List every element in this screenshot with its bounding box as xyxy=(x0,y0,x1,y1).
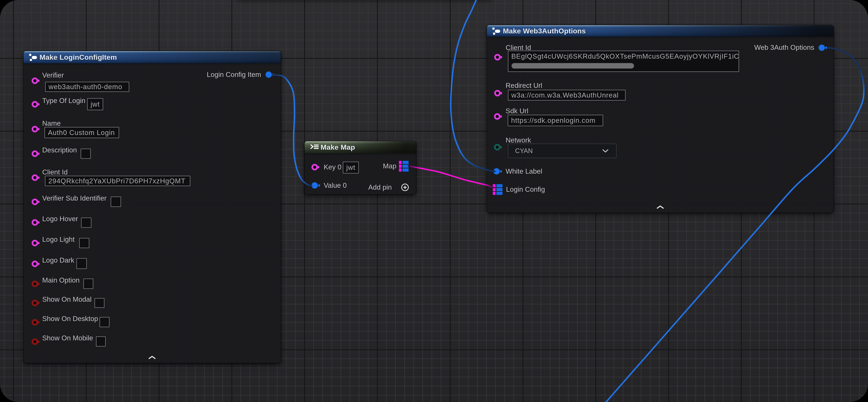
dropdown-selected-value: CYAN xyxy=(515,147,533,155)
checkbox-show-on-desktop[interactable] xyxy=(100,317,110,327)
node-header[interactable]: Make LoginConfigItem xyxy=(24,51,281,63)
pin-type-of-login[interactable] xyxy=(31,100,40,108)
node-header[interactable]: Make Map xyxy=(305,141,416,153)
pin-key-0[interactable] xyxy=(311,163,320,171)
pin-logo-light[interactable] xyxy=(31,239,40,247)
blueprint-graph-canvas[interactable]: Make LoginConfigItemVerifierweb3auth-aut… xyxy=(0,0,868,402)
make-map-icon xyxy=(310,144,319,151)
field-value: w3a://com.w3a.Web3AuthUnreal xyxy=(511,91,619,99)
collapse-node-button[interactable] xyxy=(148,355,156,360)
make-struct-icon xyxy=(492,27,500,35)
pin-show-on-modal[interactable] xyxy=(31,299,40,307)
pin-label-logo-dark: Logo Dark xyxy=(42,256,74,264)
checkbox-main-option[interactable] xyxy=(84,279,93,289)
pin-label-main-option: Main Option xyxy=(42,276,80,284)
field-redirect-url[interactable]: w3a://com.w3a.Web3AuthUnreal xyxy=(508,90,626,100)
field-description[interactable] xyxy=(81,149,91,159)
pin-value-0[interactable] xyxy=(311,182,320,189)
pin-label-client-id: Client Id xyxy=(42,168,68,176)
pin-label-verifier: Verifier xyxy=(42,71,64,79)
pin-client-id[interactable] xyxy=(31,174,40,181)
pin-label-white-label: White Label xyxy=(506,167,542,175)
pin-main-option[interactable] xyxy=(31,280,40,288)
pin-name[interactable] xyxy=(31,125,40,133)
pin-redirect-url[interactable] xyxy=(494,89,503,97)
field-value: web3auth-auth0-demo xyxy=(49,83,122,91)
pin-sdk-url[interactable] xyxy=(494,113,502,120)
dropdown-chevron-icon xyxy=(602,149,609,153)
pin-show-on-desktop[interactable] xyxy=(31,318,40,326)
add-pin-icon[interactable] xyxy=(401,183,409,192)
pin-label-login-config-item: Login Config Item xyxy=(207,70,261,79)
pin-label-logo-hover: Logo Hover xyxy=(42,215,78,223)
pin-description[interactable] xyxy=(31,150,40,157)
collapse-node-button[interactable] xyxy=(656,205,664,209)
node-header[interactable]: Make Web3AuthOptions xyxy=(487,25,834,36)
field-logo-dark[interactable] xyxy=(76,258,87,269)
pin-label-value-0: Value 0 xyxy=(324,181,347,190)
field-value: Auth0 Custom Login xyxy=(48,129,115,137)
make-struct-icon xyxy=(29,54,37,61)
pin-login-config-item[interactable] xyxy=(265,71,275,79)
pin-show-on-mobile[interactable] xyxy=(31,338,40,345)
pin-label-login-config: Login Config xyxy=(506,185,545,194)
field-verifier[interactable]: web3auth-auth0-demo xyxy=(45,82,129,92)
pin-web-3auth-options[interactable] xyxy=(818,44,828,52)
dropdown-network[interactable]: CYAN xyxy=(508,144,617,158)
field-value: 294QRkchfq2YaXUbPri7D6PH7xzHgQMT xyxy=(48,177,185,185)
field-logo-hover[interactable] xyxy=(81,218,91,228)
pin-label-network: Network xyxy=(506,136,531,144)
pin-label-description: Description xyxy=(42,146,77,154)
pin-label-sdk-url: Sdk Url xyxy=(506,107,528,115)
pin-label-map: Map xyxy=(383,162,396,170)
field-value: BEglQSgt4cUWcj6SKRdu5QkOXTsePmMcusG5EAoy… xyxy=(511,52,739,60)
field-sdk-url[interactable]: https://sdk.openlogin.com xyxy=(508,115,603,126)
field-key-0[interactable]: jwt xyxy=(343,162,359,173)
node-title: Make LoginConfigItem xyxy=(39,53,117,61)
field-value: jwt xyxy=(88,100,103,108)
pin-verifier-sub-identifier[interactable] xyxy=(31,198,40,206)
pin-label-web-3auth-options: Web 3Auth Options xyxy=(754,44,814,52)
node-title: Make Web3AuthOptions xyxy=(503,27,586,35)
pin-label-type-of-login: Type Of Login xyxy=(42,97,85,105)
checkbox-show-on-mobile[interactable] xyxy=(96,336,106,346)
pin-label-logo-light: Logo Light xyxy=(42,235,74,243)
field-value-overflow-line xyxy=(512,63,634,68)
pin-verifier[interactable] xyxy=(31,77,40,85)
pin-network[interactable] xyxy=(494,143,502,151)
pin-label-redirect-url: Redirect Url xyxy=(506,82,542,90)
field-verifier-sub-identifier[interactable] xyxy=(111,197,121,207)
field-value: jwt xyxy=(343,164,359,172)
field-client-id[interactable]: 294QRkchfq2YaXUbPri7D6PH7xzHgQMT xyxy=(45,176,190,186)
pin-login-config[interactable] xyxy=(493,184,502,195)
field-type-of-login[interactable]: jwt xyxy=(87,98,103,110)
pin-label-show-on-mobile: Show On Mobile xyxy=(42,334,93,342)
node-make-map[interactable]: Make MapKey 0jwtValue 0MapAdd pin xyxy=(305,141,416,194)
node-make-loginconfigitem[interactable]: Make LoginConfigItemVerifierweb3auth-aut… xyxy=(24,51,281,363)
pin-label-show-on-desktop: Show On Desktop xyxy=(42,315,98,323)
pin-logo-hover[interactable] xyxy=(31,219,40,226)
field-value: https://sdk.openlogin.com xyxy=(511,116,595,124)
pin-logo-dark[interactable] xyxy=(31,260,40,268)
pin-label-verifier-sub-identifier: Verifier Sub Identifier xyxy=(42,194,106,202)
pin-white-label[interactable] xyxy=(493,168,502,175)
pin-label-key-0: Key 0 xyxy=(324,163,341,171)
node-title: Make Map xyxy=(320,143,355,151)
pin-client-id[interactable] xyxy=(494,53,503,61)
field-client-id[interactable]: BEglQSgt4cUWcj6SKRdu5QkOXTsePmMcusG5EAoy… xyxy=(508,51,739,72)
node-make-web3authoptions[interactable]: Make Web3AuthOptionsClient IdBEglQSgt4cU… xyxy=(487,25,834,212)
field-logo-light[interactable] xyxy=(79,238,89,248)
pin-label-show-on-modal: Show On Modal xyxy=(42,295,92,304)
checkbox-show-on-modal[interactable] xyxy=(95,298,104,308)
add-pin-label: Add pin xyxy=(368,183,392,191)
pin-map[interactable] xyxy=(399,161,409,172)
pin-label-name: Name xyxy=(42,119,61,127)
field-name[interactable]: Auth0 Custom Login xyxy=(44,127,119,138)
